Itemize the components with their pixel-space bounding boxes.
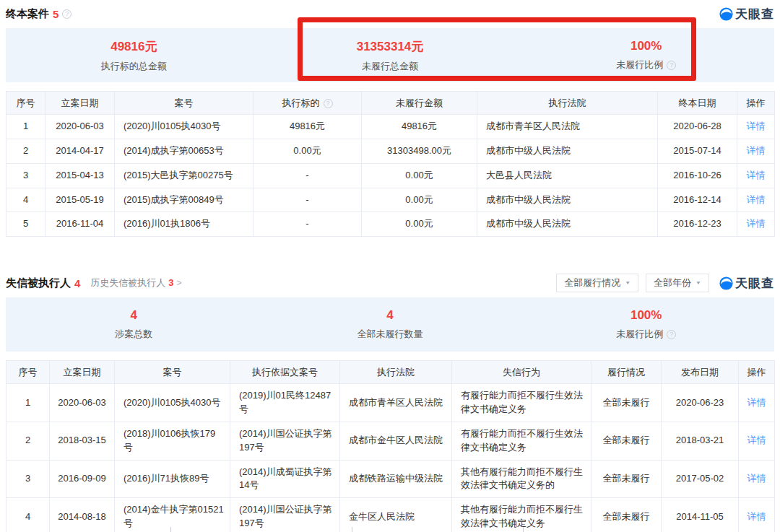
fulfillment-status-dropdown[interactable]: 全部履行情况 ▼ xyxy=(556,274,638,292)
table-cell: 2020-06-28 xyxy=(658,115,737,139)
table-cell: 2014-08-18 xyxy=(50,498,115,532)
final-cases-table: 序号立案日期案号执行标的?未履行金额执行法院终本日期操作12020-06-03(… xyxy=(6,91,775,237)
detail-link[interactable]: 详情 xyxy=(747,121,766,131)
history-dishonest-link[interactable]: 历史失信被执行人3> xyxy=(90,276,181,289)
stat-unfulfilled-ratio: 100% 未履行比例? xyxy=(518,308,774,341)
table-cell: 2020-06-03 xyxy=(50,384,115,422)
column-header-text: 序号 xyxy=(19,367,38,378)
chevron-right-icon: > xyxy=(177,278,182,288)
table-cell: 2017-05-02 xyxy=(662,460,739,498)
table-cell: 2018-03-15 xyxy=(50,422,115,460)
table-cell: 全部未履行 xyxy=(592,384,662,422)
year-dropdown[interactable]: 全部年份 ▼ xyxy=(646,274,709,292)
action-cell: 详情 xyxy=(739,384,775,422)
section1-count-badge: 5 xyxy=(53,8,58,20)
stat-unfulfilled-amount: 31353314元 未履行总金额 xyxy=(262,38,519,73)
column-header: 案号 xyxy=(115,361,230,384)
action-cell: 详情 xyxy=(737,212,775,237)
stat-total-target-amount: 49816元 执行标的总金额 xyxy=(6,38,262,73)
help-icon[interactable]: ? xyxy=(667,61,676,70)
help-icon[interactable]: ? xyxy=(62,9,72,19)
section2-summary-bar: 4 涉案总数 4 全部未履行数量 100% 未履行比例? xyxy=(6,297,774,352)
action-cell: 详情 xyxy=(739,460,775,498)
column-header: 操作 xyxy=(739,361,775,384)
action-cell: 详情 xyxy=(737,115,775,139)
stat-label-text: 未履行比例 xyxy=(616,59,663,70)
table-cell: (2015)大邑执字第00275号 xyxy=(115,163,254,188)
table-row: 52016-11-04(2016)川01执1806号-0.00元成都市中级人民法… xyxy=(6,212,775,237)
detail-link[interactable]: 详情 xyxy=(748,435,766,445)
table-cell: 49816元 xyxy=(254,115,362,139)
table-cell: 成都市中级人民法院 xyxy=(477,139,658,163)
help-icon[interactable]: ? xyxy=(324,99,333,108)
table-cell: 2015-05-19 xyxy=(46,188,115,212)
table-cell: 有履行能力而拒不履行生效法律文书确定义务 xyxy=(452,422,592,460)
table-cell: (2014)川国公证执字第197号 xyxy=(230,498,340,532)
table-cell: 2016-12-14 xyxy=(658,188,737,212)
action-cell: 详情 xyxy=(737,163,775,188)
stat-value: 31353314元 xyxy=(262,38,519,55)
filters: 全部履行情况 ▼ 全部年份 ▼ 天眼查 xyxy=(549,274,774,292)
table-cell: 2020-06-23 xyxy=(662,384,739,422)
table-cell: 1 xyxy=(6,384,50,422)
column-header: 立案日期 xyxy=(46,92,115,115)
table-cell: 3 xyxy=(6,163,46,188)
caret-down-icon: ▼ xyxy=(696,281,701,286)
table-cell: (2016)川01执1806号 xyxy=(115,212,254,237)
table-cell: 2020-06-03 xyxy=(46,115,115,139)
detail-link[interactable]: 详情 xyxy=(747,170,766,180)
stat-label: 未履行比例? xyxy=(518,58,774,71)
column-header: 案号 xyxy=(115,92,254,115)
table-row: 12020-06-03(2020)川0105执4030号49816元49816元… xyxy=(6,115,775,139)
column-header: 执行法院 xyxy=(340,361,452,384)
table-cell: 5 xyxy=(6,212,46,237)
column-header-text: 失信行为 xyxy=(503,367,540,378)
help-icon[interactable]: ? xyxy=(667,330,676,339)
stat-value: 4 xyxy=(262,308,519,323)
detail-link[interactable]: 详情 xyxy=(748,511,766,522)
column-header-text: 执行法院 xyxy=(377,367,415,378)
stat-label: 未履行比例? xyxy=(518,328,774,341)
table-row: 42015-05-19(2015)成执字第00849号-0.00元成都市中级人民… xyxy=(6,188,775,212)
table-cell: 2015-04-13 xyxy=(46,163,115,188)
detail-link[interactable]: 详情 xyxy=(747,194,766,205)
table-header-row: 序号立案日期案号执行标的?未履行金额执行法院终本日期操作 xyxy=(6,92,775,115)
column-header-text: 立案日期 xyxy=(61,97,99,108)
table-cell: 2016-11-04 xyxy=(46,212,115,237)
table-cell: 2 xyxy=(6,139,46,163)
column-header-text: 序号 xyxy=(17,97,35,108)
table-cell: - xyxy=(254,188,362,212)
column-header: 终本日期 xyxy=(658,92,737,115)
table-cell: - xyxy=(254,212,362,237)
detail-link[interactable]: 详情 xyxy=(748,473,766,484)
table-cell: 其他有履行能力而拒不履行生效法律文书确定义务 xyxy=(452,498,592,532)
column-header-text: 履行情况 xyxy=(607,367,645,378)
table-cell: 0.00元 xyxy=(362,212,477,237)
column-header: 履行情况 xyxy=(592,361,662,384)
tianyancha-logo-text: 天眼查 xyxy=(735,6,774,22)
detail-link[interactable]: 详情 xyxy=(747,145,766,156)
column-header-text: 执行法院 xyxy=(549,97,586,108)
column-header: 未履行金额 xyxy=(362,92,477,115)
section2-count-badge: 4 xyxy=(74,277,80,289)
table-cell: 金牛区人民法院 xyxy=(340,498,452,532)
tianyancha-logo-icon xyxy=(719,7,733,21)
column-header-text: 执行标的 xyxy=(282,97,320,108)
column-header: 执行法院 xyxy=(477,92,658,115)
table-cell: 全部未履行 xyxy=(592,460,662,498)
detail-link[interactable]: 详情 xyxy=(747,218,766,229)
column-header: 操作 xyxy=(737,92,775,115)
table-cell: 其他有履行能力而拒不履行生效法律文书确定义务的 xyxy=(452,460,592,498)
table-cell: 2016-10-26 xyxy=(658,163,737,188)
column-header-text: 立案日期 xyxy=(64,367,101,378)
table-cell: 成都市青羊区人民法院 xyxy=(477,115,658,139)
table-cell: (2016)川71执恢89号 xyxy=(115,460,230,498)
stat-label: 未履行总金额 xyxy=(262,60,519,73)
table-cell: (2020)川0105执4030号 xyxy=(115,384,230,422)
stat-label-text: 未履行比例 xyxy=(616,328,663,339)
table-cell: (2015)成执字第00849号 xyxy=(115,188,254,212)
detail-link[interactable]: 详情 xyxy=(748,397,766,408)
table-cell: (2019)川01民终12487号 xyxy=(230,384,340,422)
table-cell: 3 xyxy=(6,460,50,498)
table-row: 32015-04-13(2015)大邑执字第00275号-0.00元大邑县人民法… xyxy=(6,163,775,188)
